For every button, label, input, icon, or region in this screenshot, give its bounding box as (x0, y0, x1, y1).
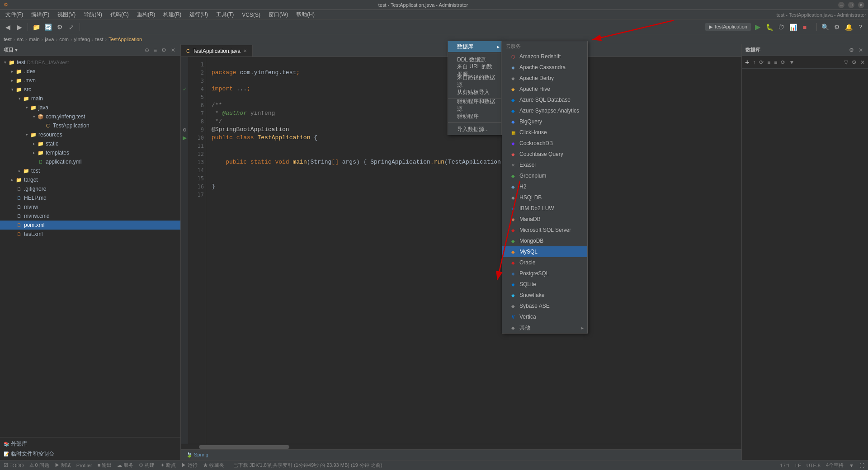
profiler-item[interactable]: Profiler (76, 463, 92, 468)
menu-file[interactable]: 文件(F) (2, 10, 27, 19)
db-close-icon[interactable]: ✕ (857, 47, 864, 54)
tree-item-mvnwcmd[interactable]: ▸ 🗋 mvnw.cmd (0, 212, 180, 221)
ds-sybase[interactable]: ◆ Sybase ASE (502, 301, 587, 311)
menu-edit[interactable]: 编辑(E) (28, 10, 53, 19)
panel-collapse-icon[interactable]: ≡ (152, 47, 158, 54)
run-button[interactable]: ▶ (753, 22, 763, 32)
tree-item-resources[interactable]: ▾ 📁 resources (0, 130, 180, 139)
db-filter-icon[interactable]: ▽ (843, 59, 849, 66)
todo-item[interactable]: ☑ TODO (4, 462, 24, 468)
menu-refactor[interactable]: 重构(R) (133, 10, 159, 19)
editor-hscrollbar[interactable] (181, 444, 741, 449)
db-refresh-icon[interactable]: ⟳ (758, 59, 765, 66)
menu-run[interactable]: 运行(U) (186, 10, 212, 19)
status-dropdown[interactable]: ▼ (849, 463, 854, 468)
ds-cockroach[interactable]: ◆ CockroachDB (502, 138, 587, 149)
db-gear-icon[interactable]: ⚙ (850, 59, 858, 66)
db-sync-icon[interactable]: ⟳ (779, 59, 787, 66)
tree-item-appyml[interactable]: ▸ 🗋 application.yml (0, 157, 180, 166)
toolbar-help[interactable]: ? (855, 22, 865, 32)
breadcrumb-main[interactable]: main (29, 37, 40, 42)
run-config-selector[interactable]: ▶ TestApplication (705, 23, 751, 31)
gutter-run[interactable]: ▶ (181, 134, 188, 142)
tree-item-templates[interactable]: ▸ 📁 templates (0, 148, 180, 157)
ds-other[interactable]: ◆ 其他 ▸ (502, 322, 587, 333)
ds-greenplum[interactable]: ◆ Greenplum (502, 170, 587, 181)
toolbar-expand[interactable]: ⤢ (66, 22, 76, 32)
menu-drivers-item[interactable]: 驱动程序和数据源 (448, 100, 501, 111)
menu-datasource-item[interactable]: 数据库 ▸ (448, 41, 501, 52)
toolbar-search[interactable]: 🔍 (820, 22, 830, 32)
menu-path-item[interactable]: 来自路径的数据源 (448, 76, 501, 87)
breadcrumb-class[interactable]: TestApplication (108, 37, 142, 42)
menu-vcs[interactable]: VCS(S) (238, 11, 264, 19)
build-item[interactable]: ⚙ 构建 (139, 462, 155, 469)
menu-clipboard-item[interactable]: 从剪贴板导入 (448, 87, 501, 98)
tree-item-test-folder[interactable]: ▸ 📁 test (0, 166, 180, 175)
panel-settings-icon[interactable]: ⚙ (160, 47, 168, 54)
profile-button[interactable]: ⏱ (776, 22, 786, 32)
debug-button[interactable]: 🐛 (764, 22, 774, 32)
tab-testapplication[interactable]: C TestApplication.java ✕ (181, 45, 253, 56)
run-item[interactable]: ▶ 运行 (181, 462, 198, 469)
ds-vertica[interactable]: V Vertica (502, 311, 587, 322)
tree-item-testxml[interactable]: ▸ 🗋 test.xml (0, 230, 180, 239)
problems-item[interactable]: ⚠ 0 问题 (29, 462, 49, 469)
tree-item-pomxml[interactable]: ▸ 🗋 pom.xml (0, 221, 180, 230)
ds-mongodb[interactable]: ◆ MongoDB (502, 235, 587, 246)
toolbar-forward[interactable]: ▶ (14, 22, 24, 32)
external-lib-section[interactable]: 📚 外部库 (4, 439, 177, 448)
ds-clickhouse[interactable]: ▦ ClickHouse (502, 127, 587, 138)
db-add-icon[interactable]: + (744, 58, 750, 67)
ds-hsqldb[interactable]: ◆ HSQLDB (502, 192, 587, 203)
db-dropdown-icon[interactable]: ▼ (788, 59, 796, 66)
ds-couchbase[interactable]: ◆ Couchbase Query (502, 149, 587, 160)
toolbar-back[interactable]: ◀ (3, 22, 13, 32)
breadcrumb-yinfeng[interactable]: yinfeng (74, 37, 90, 42)
ds-synapse[interactable]: ◆ Azure Synapse Analytics (502, 105, 587, 116)
toolbar-sync[interactable]: 🔄 (43, 22, 53, 32)
menu-build[interactable]: 构建(B) (160, 10, 185, 19)
breadcrumb-src[interactable]: src (17, 37, 24, 42)
ds-sqlite[interactable]: ◆ SQLite (502, 279, 587, 290)
tree-item-test[interactable]: ▾ 📁 test D:\IDEA_JAVA\test (0, 58, 180, 67)
tests-item[interactable]: ▶ 测试 (55, 462, 71, 469)
debug-item[interactable]: ✦ 断点 (160, 462, 176, 469)
ds-mysql[interactable]: ◆ MySQL (502, 246, 587, 257)
maximize-button[interactable]: □ (848, 2, 854, 8)
status-expand[interactable]: ⛶ (859, 463, 864, 468)
tree-item-idea[interactable]: ▸ 📁 .idea (0, 67, 180, 76)
db-settings-icon[interactable]: ⚙ (848, 47, 855, 54)
stop-button[interactable]: ■ (800, 22, 810, 32)
ds-db2[interactable]: ◆ IBM Db2 LUW (502, 203, 587, 214)
menu-window[interactable]: 窗口(W) (265, 10, 292, 19)
toolbar-project[interactable]: 📁 (31, 22, 41, 32)
menu-import-item[interactable]: 导入数据源... (448, 124, 501, 135)
tree-item-mvn[interactable]: ▸ 📁 .mvn (0, 76, 180, 85)
tree-item-mvnw[interactable]: ▸ 🗋 mvnw (0, 202, 180, 212)
minimize-button[interactable]: ─ (838, 2, 844, 8)
tree-item-testapplication[interactable]: ▸ C TestApplication (0, 121, 180, 130)
menu-tools[interactable]: 工具(T) (212, 10, 237, 19)
tree-item-main[interactable]: ▾ 📁 main (0, 94, 180, 103)
tree-item-static[interactable]: ▸ 📁 static (0, 139, 180, 148)
ds-redshift[interactable]: ⬡ Amazon Redshift (502, 51, 587, 62)
breadcrumb-test[interactable]: test (4, 37, 12, 42)
ds-h2[interactable]: ◆ H2 (502, 181, 587, 192)
tree-item-package[interactable]: ▾ 📦 com.yinfeng.test (0, 112, 180, 121)
menu-code[interactable]: 代码(C) (107, 10, 132, 19)
tree-item-helpmd[interactable]: ▸ 🗋 HELP.md (0, 193, 180, 202)
scratches-section[interactable]: 📝 临时文件和控制台 (4, 449, 177, 458)
tab-close-btn[interactable]: ✕ (243, 48, 247, 53)
tree-item-target[interactable]: ▸ 📁 target (0, 175, 180, 184)
ds-mssql[interactable]: ◆ Microsoft SQL Server (502, 225, 587, 235)
db-list1-icon[interactable]: ≡ (766, 59, 772, 66)
menu-help[interactable]: 帮助(H) (292, 10, 318, 19)
menu-navigate[interactable]: 导航(N) (80, 10, 106, 19)
panel-hide-icon[interactable]: ✕ (170, 47, 177, 54)
services-item[interactable]: ☁ 服务 (117, 462, 133, 469)
ds-snowflake[interactable]: ◆ Snowflake (502, 290, 587, 301)
breadcrumb-java[interactable]: java (45, 37, 54, 42)
db-arrow-up-icon[interactable]: ↑ (751, 59, 757, 66)
toolbar-settings[interactable]: ⚙ (55, 22, 65, 32)
